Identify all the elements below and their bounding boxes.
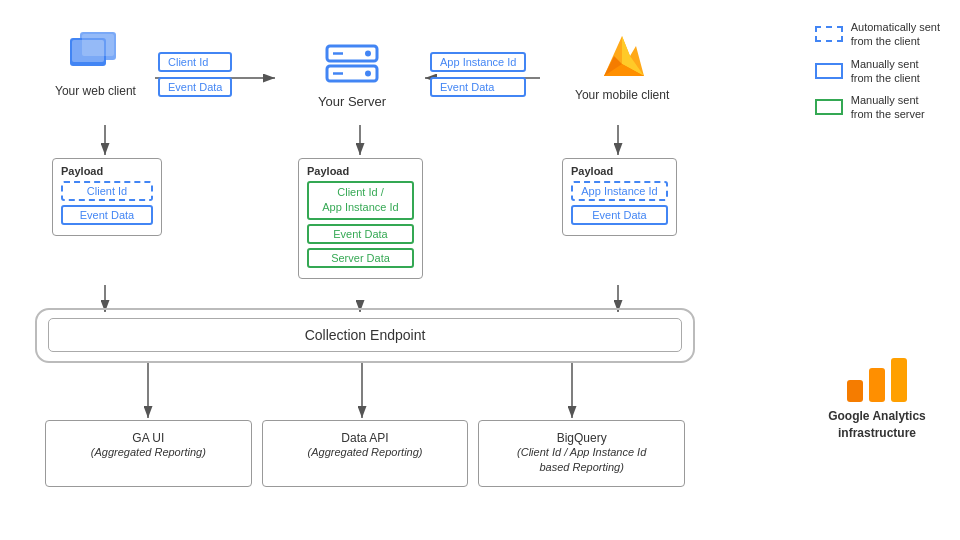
collection-endpoint: Collection Endpoint — [48, 318, 682, 352]
svg-rect-24 — [891, 358, 907, 402]
legend-icon-auto — [815, 26, 843, 42]
payload-web-event-data: Event Data — [61, 205, 153, 225]
payload-mobile-label: Payload — [571, 165, 668, 177]
payload-mobile-app-instance: App Instance Id — [571, 181, 668, 201]
output-data-api-subtitle: (Aggregated Reporting) — [308, 446, 423, 458]
output-bigquery-subtitle: (Client Id / App Instance Idbased Report… — [517, 446, 646, 473]
payload-server-server-data: Server Data — [307, 248, 414, 268]
output-ga-ui-subtitle: (Aggregated Reporting) — [91, 446, 206, 458]
svg-point-21 — [365, 71, 371, 77]
payload-server-event-data: Event Data — [307, 224, 414, 244]
legend-item-manual-client: Manually sentfrom the client — [815, 57, 940, 86]
payload-web-label: Payload — [61, 165, 153, 177]
output-ga-ui-title: GA UI — [52, 431, 245, 445]
legend-item-auto: Automatically sentfrom the client — [815, 20, 940, 49]
mobile-server-tags: App Instance Id Event Data — [430, 52, 526, 97]
legend-icon-manual-client — [815, 63, 843, 79]
legend-label-auto: Automatically sentfrom the client — [851, 20, 940, 49]
legend-item-manual-server: Manually sentfrom the server — [815, 93, 940, 122]
output-bigquery-title: BigQuery — [485, 431, 678, 445]
diagram-container: Automatically sentfrom the client Manual… — [0, 0, 960, 540]
server-icon — [321, 42, 383, 94]
app-instance-id-tag: App Instance Id — [430, 52, 526, 72]
payload-web: Payload Client Id Event Data — [52, 158, 162, 236]
legend-label-manual-server: Manually sentfrom the server — [851, 93, 925, 122]
svg-rect-15 — [82, 34, 114, 56]
mobile-client-label: Your mobile client — [575, 88, 669, 102]
payload-server: Payload Client Id /App Instance Id Event… — [298, 158, 423, 279]
output-data-api: Data API (Aggregated Reporting) — [262, 420, 469, 487]
web-client-icon — [64, 28, 126, 84]
legend-label-manual-client: Manually sentfrom the client — [851, 57, 920, 86]
collection-endpoint-label: Collection Endpoint — [305, 327, 426, 343]
ga-bar-chart-icon — [842, 350, 912, 405]
server-label: Your Server — [318, 94, 386, 109]
firebase-icon — [594, 28, 650, 88]
svg-rect-22 — [847, 380, 863, 402]
output-bigquery: BigQuery (Client Id / App Instance Idbas… — [478, 420, 685, 487]
svg-rect-23 — [869, 368, 885, 402]
web-event-data-tag: Event Data — [158, 77, 232, 97]
legend: Automatically sentfrom the client Manual… — [815, 20, 940, 122]
output-ga-ui: GA UI (Aggregated Reporting) — [45, 420, 252, 487]
payload-web-client-id: Client Id — [61, 181, 153, 201]
output-data-api-title: Data API — [269, 431, 462, 445]
payload-server-label: Payload — [307, 165, 414, 177]
web-client-block: Your web client — [55, 28, 136, 98]
mobile-event-data-tag: Event Data — [430, 77, 526, 97]
ga-infrastructure-label: Google Analyticsinfrastructure — [812, 408, 942, 442]
payload-mobile: Payload App Instance Id Event Data — [562, 158, 677, 236]
payload-mobile-event-data: Event Data — [571, 205, 668, 225]
output-row: GA UI (Aggregated Reporting) Data API (A… — [45, 420, 685, 487]
payload-server-client-id: Client Id /App Instance Id — [307, 181, 414, 220]
web-client-id-tag: Client Id — [158, 52, 232, 72]
legend-icon-manual-server — [815, 99, 843, 115]
mobile-client-block: Your mobile client — [575, 28, 669, 102]
ga-infrastructure: Google Analyticsinfrastructure — [812, 350, 942, 442]
svg-point-18 — [365, 51, 371, 57]
web-client-label: Your web client — [55, 84, 136, 98]
server-block: Your Server — [318, 42, 386, 109]
web-client-tags: Client Id Event Data — [158, 52, 232, 97]
